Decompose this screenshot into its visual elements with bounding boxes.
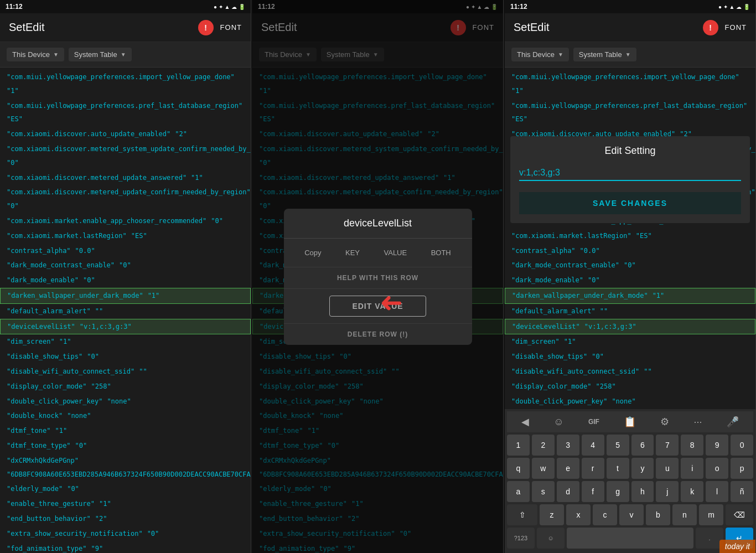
list-item[interactable]: "double_click_power_key""none" [505,394,755,409]
edit-input[interactable] [519,166,741,181]
table-dropdown-1[interactable]: System Table ▼ [69,48,132,61]
kb-back-btn[interactable]: ◀ [517,414,534,430]
kb-w[interactable]: w [532,458,555,479]
list-item[interactable]: "com.xiaomi.discover.auto_update_enabled… [0,127,251,142]
kb-s[interactable]: s [532,481,555,502]
kb-h[interactable]: h [631,481,654,502]
list-item[interactable]: "dark_mode_enable""0" [0,273,251,288]
kb-o[interactable]: o [706,458,728,479]
list-item[interactable]: "dim_screen""1" [505,334,755,349]
table-dropdown-3[interactable]: System Table ▼ [573,48,636,61]
kb-e[interactable]: e [557,458,579,479]
kb-2[interactable]: 2 [532,435,555,456]
kb-backspace[interactable]: ⌫ [726,504,753,525]
list-item[interactable]: "com.xiaomi.market.lastRegion""ES" [505,229,755,244]
device-dropdown-1[interactable]: This Device ▼ [7,48,64,61]
list-item[interactable]: "deviceLevelList""v:1,c:3,g:3" [505,319,755,335]
kb-p[interactable]: p [731,458,753,479]
kb-mic-btn[interactable]: 🎤 [722,414,743,430]
kb-f[interactable]: f [582,481,604,502]
kb-symbols[interactable]: ?123 [507,528,535,549]
alert-icon-1[interactable]: ! [198,20,214,35]
list-item[interactable]: "com.xiaomi.discover.metered_update_answ… [0,170,251,185]
kb-settings-btn[interactable]: ⚙ [656,414,674,430]
value-option[interactable]: VALUE [380,246,412,259]
alert-icon-3[interactable]: ! [703,20,718,35]
kb-c[interactable]: c [593,504,617,525]
list-item[interactable]: "default_alarm_alert""" [505,304,755,319]
kb-9[interactable]: 9 [706,435,728,456]
kb-gif-btn[interactable]: GIF [584,416,604,428]
list-item[interactable]: "dtmf_tone_type""0" [0,438,251,453]
kb-x[interactable]: x [566,504,591,525]
list-item[interactable]: "display_color_mode""258" [0,379,251,394]
list-item[interactable]: "com.xiaomi.market.enable_app_chooser_re… [0,214,251,229]
list-item[interactable]: "end_button_behavior""2" [0,511,251,526]
list-item[interactable]: "com.miui.yellowpage_preferences.import_… [505,70,755,99]
kb-3[interactable]: 3 [557,435,579,456]
kb-emoji-bottom[interactable]: ☺ [537,528,565,549]
list-item[interactable]: "double_knock""none" [0,409,251,423]
kb-j[interactable]: j [656,481,679,502]
list-item[interactable]: "enable_three_gesture""1" [0,497,251,511]
list-item[interactable]: "dim_screen""1" [0,334,251,349]
kb-more-btn[interactable]: ··· [690,414,707,430]
kb-7[interactable]: 7 [656,435,679,456]
kb-d[interactable]: d [557,481,579,502]
kb-r[interactable]: r [582,458,604,479]
save-changes-button[interactable]: SAVE CHANGES [519,192,741,214]
kb-y[interactable]: y [631,458,654,479]
list-item[interactable]: "dtmf_tone""1" [0,423,251,438]
list-item[interactable]: "dark_mode_enable""0" [505,273,755,288]
list-item[interactable]: "dxCRMxhQkdGePGnp""6DB8FC908A60E653EBD28… [0,453,251,482]
list-item[interactable]: "elderly_mode""0" [0,482,251,497]
list-item[interactable]: "com.miui.yellowpage_preferences.import_… [0,70,251,99]
list-item[interactable]: "com.xiaomi.discover.metered_system_upda… [0,142,251,170]
kb-1[interactable]: 1 [507,435,530,456]
kb-t[interactable]: t [607,458,629,479]
kb-n[interactable]: n [672,504,697,525]
kb-z[interactable]: z [540,504,564,525]
key-option[interactable]: KEY [341,246,364,259]
list-item[interactable]: "com.miui.yellowpage_preferences.pref_la… [505,99,755,127]
list-item[interactable]: "contrast_alpha""0.0" [505,244,755,259]
font-label-3[interactable]: FONT [725,23,747,32]
kb-b[interactable]: b [646,504,670,525]
edit-value-button[interactable]: EDIT VALUE [329,296,426,317]
list-item[interactable]: "disable_wifi_auto_connect_ssid""" [505,364,755,379]
list-item[interactable]: "com.xiaomi.discover.metered_update_conf… [0,185,251,214]
kb-6[interactable]: 6 [631,435,654,456]
kb-i[interactable]: i [681,458,703,479]
kb-4[interactable]: 4 [582,435,604,456]
list-item[interactable]: "double_click_power_key""none" [0,394,251,409]
list-item[interactable]: "com.xiaomi.market.lastRegion""ES" [0,229,251,244]
device-dropdown-3[interactable]: This Device ▼ [511,48,569,61]
list-item[interactable]: "display_color_mode""258" [505,379,755,394]
kb-q[interactable]: q [507,458,530,479]
kb-shift[interactable]: ⇧ [507,504,537,525]
list-item[interactable]: "com.miui.yellowpage_preferences.pref_la… [0,99,251,127]
list-item[interactable]: "dark_mode_contrast_enable""0" [0,258,251,273]
kb-v[interactable]: v [619,504,644,525]
kb-clipboard-btn[interactable]: 📋 [619,414,640,430]
list-item[interactable]: "disable_show_tips""0" [0,349,251,364]
kb-emoji-btn[interactable]: ☺ [549,414,568,430]
list-item[interactable]: "deviceLevelList""v:1,c:3,g:3" [0,319,251,335]
delete-row[interactable]: DELETE ROW (!) [284,323,472,345]
kb-m[interactable]: m [699,504,723,525]
font-label-1[interactable]: FONT [220,23,242,32]
kb-k[interactable]: k [681,481,703,502]
list-item[interactable]: "extra_show_security_notification""0" [0,526,251,541]
kb-5[interactable]: 5 [607,435,629,456]
list-item[interactable]: "disable_show_tips""0" [505,349,755,364]
list-item[interactable]: "disable_wifi_auto_connect_ssid""" [0,364,251,379]
kb-u[interactable]: u [656,458,679,479]
list-item[interactable]: "contrast_alpha""0.0" [0,244,251,259]
copy-option[interactable]: Copy [300,246,325,259]
kb-space[interactable] [567,528,693,549]
list-item[interactable]: "darken_wallpaper_under_dark_mode""1" [505,288,755,304]
kb-g[interactable]: g [607,481,629,502]
kb-n-tilde[interactable]: ñ [731,481,753,502]
kb-8[interactable]: 8 [681,435,703,456]
list-item[interactable]: "darken_wallpaper_under_dark_mode""1" [0,288,251,304]
